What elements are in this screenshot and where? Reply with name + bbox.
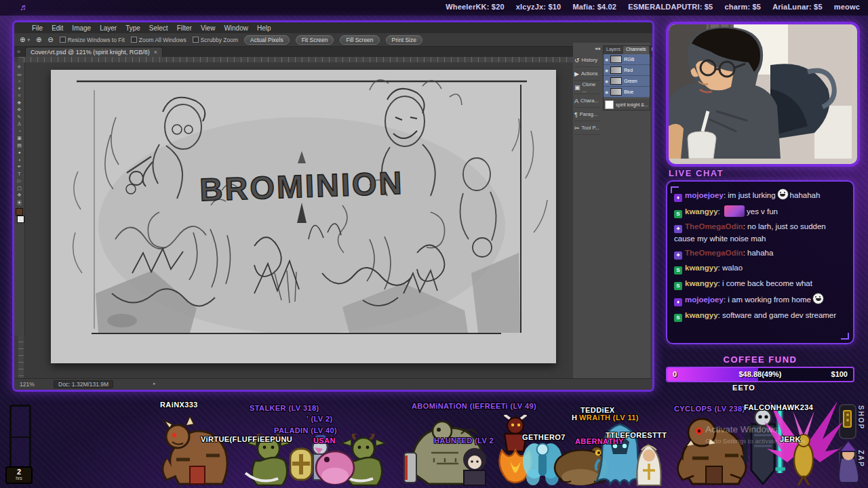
menu-type[interactable]: Type [125,24,140,32]
history-panel-button[interactable]: ↺History [574,54,600,67]
character-panel-button[interactable]: AChara... [574,94,600,108]
channel-row-rgb[interactable]: ◉RGB [604,54,650,65]
photoshop-status-bar: 121% Doc: 1.32M/131.9M ▸ [14,378,652,390]
activate-windows-watermark-sub: Go to Settings to activate Windows. [705,437,807,445]
tab-paths[interactable]: Pat [649,46,654,54]
blur-tool-icon[interactable]: ● [18,150,20,155]
zoom-level-field[interactable]: 121% [20,381,35,388]
channel-row-green[interactable]: ◉Green [604,76,650,87]
fit-screen-button[interactable]: Fit Screen [296,35,334,45]
channel-row-blue[interactable]: ◉Blue [604,87,650,98]
chat-message: ♦mojoejoey: i am working from home [674,293,846,306]
panel-icon-strip: ◂◂ ↺History ▶Actions ▣Clone ... AChara..… [574,45,600,135]
donation-ticker-bar: ♬ WheelerKK: $20 xlcyzJx: $10 Mafia: $4.… [0,0,868,16]
laughing-emote-icon [812,293,824,304]
menu-window[interactable]: Window [224,24,248,32]
tab-layers[interactable]: Layers [604,46,623,54]
crop-tool-icon[interactable]: ⌗ [18,93,21,98]
option-zoom-all-windows[interactable]: Zoom All Windows [131,37,186,43]
status-dropdown-icon[interactable]: ▸ [153,381,156,386]
tab-channels[interactable]: Channels [623,46,649,54]
subscriber-badge-icon: S [674,210,682,218]
tool-preset-caret-icon[interactable]: ▾ [27,37,30,43]
player-name-label: H [572,413,577,422]
ticker-item: meowc [834,3,860,11]
tab-overflow-icon[interactable]: » [17,48,20,55]
ticker-item: Mafia: $4.02 [572,3,616,11]
actions-panel-button[interactable]: ▶Actions [574,67,600,81]
document-size-readout: Doc: 1.32M/131.9M [54,380,113,388]
checkbox-icon [193,37,199,43]
subscriber-badge-icon: ✦ [674,225,682,233]
foreground-color-swatch[interactable] [16,208,23,216]
eyedropper-tool-icon[interactable]: ✚ [18,100,22,106]
pen-tool-icon[interactable]: ✒ [18,164,22,169]
subscriber-badge-icon: ♦ [674,194,682,202]
stream-overlay: ♬ WheelerKK: $20 xlcyzJx: $10 Mafia: $4.… [0,0,868,488]
menu-file[interactable]: File [32,24,43,32]
character-haunted-doll-sprite [453,446,496,487]
channel-thumbnail [610,56,622,63]
canvas-area[interactable]: BROMINION [24,62,573,379]
layer-row-spirit-knight[interactable]: spirit knight &... [604,99,650,110]
shape-tool-icon[interactable]: ▢ [17,186,22,191]
player-name-label: ' (LV 2) [307,415,333,423]
zoom-out-icon[interactable]: ⊖ [47,36,53,43]
healing-brush-tool-icon[interactable]: ✜ [18,107,22,113]
dodge-tool-icon[interactable]: ◖ [18,157,20,163]
zoom-in-icon[interactable]: ⊕ [36,36,41,43]
actual-pixels-button[interactable]: Actual Pixels [244,35,290,45]
clone-stamp-tool-icon[interactable]: ♙ [17,121,21,127]
path-select-tool-icon[interactable]: ▷ [18,178,21,184]
collapse-panels-icon[interactable]: ◂◂ [574,45,600,52]
history-brush-tool-icon[interactable]: ◔ [18,129,20,134]
progress-goal-label: $100 [831,370,848,378]
live-chat-panel[interactable]: ♦mojoejoey: im just lurkinghahahah Skwan… [666,180,854,344]
marquee-tool-icon[interactable]: ▭ [17,72,22,77]
menu-filter[interactable]: Filter [177,24,192,32]
artboard[interactable]: BROMINION [51,70,556,363]
visibility-eye-icon[interactable]: ◉ [605,57,608,62]
visibility-eye-icon[interactable]: ◉ [605,68,608,73]
chat-scroll-indicator-icon[interactable] [841,333,849,340]
clone-source-panel-button[interactable]: ▣Clone ... [574,81,600,94]
menu-view[interactable]: View [201,24,216,32]
paragraph-panel-button[interactable]: ¶Parag... [574,108,600,121]
coffee-fund-subtext: EETO [666,384,822,392]
channel-row-red[interactable]: ◉Red [604,65,650,76]
option-scrubby-zoom[interactable]: Scrubby Zoom [193,37,238,43]
print-size-button[interactable]: Print Size [386,35,422,45]
lasso-tool-icon[interactable]: ○ [18,79,20,84]
hand-tool-icon[interactable]: ✥ [18,192,22,198]
chat-message: Skwangyy: walao [674,262,846,274]
fill-screen-button[interactable]: Fill Screen [340,35,379,45]
magic-wand-tool-icon[interactable]: ✶ [18,86,22,92]
brush-tool-icon[interactable]: ✎ [18,115,22,120]
channel-thumbnail [610,66,622,74]
zoom-tool-icon-selected[interactable]: ⌖ [17,200,22,205]
menu-select[interactable]: Select [149,24,168,32]
tool-presets-panel-button[interactable]: ✂Tool P... [574,121,600,135]
zoom-tool-icon[interactable]: ⊕ [20,36,25,43]
menu-help[interactable]: Help [257,24,271,32]
type-tool-icon[interactable]: T [18,171,20,177]
gradient-tool-icon[interactable]: ▤ [17,143,22,148]
menu-layer[interactable]: Layer [100,24,117,32]
character-hippo-sprite [313,443,358,485]
eraser-tool-icon[interactable]: ▣ [17,136,22,141]
subscriber-badge-icon: ✦ [674,251,682,260]
coffee-fund-title: COFFEE FUND [666,354,854,365]
background-color-swatch[interactable] [17,216,24,223]
visibility-eye-icon[interactable]: ◉ [605,79,608,83]
tab-close-icon[interactable]: × [154,49,157,56]
option-resize-windows[interactable]: Resize Windows to Fit [60,37,125,43]
sketch-artwork: BROMINION [51,70,556,363]
menu-edit[interactable]: Edit [52,24,63,32]
ticker-item: ESMERALDAPUTRI: $5 [628,3,713,11]
photoshop-menubar: File Edit Image Layer Type Select Filter… [14,22,652,33]
webcam-frame [666,22,860,167]
move-tool-icon[interactable]: ✛ [18,64,22,70]
ticker-item: AriaLunar: $5 [772,3,823,11]
menu-image[interactable]: Image [72,24,91,32]
visibility-eye-icon[interactable]: ◉ [605,89,608,94]
